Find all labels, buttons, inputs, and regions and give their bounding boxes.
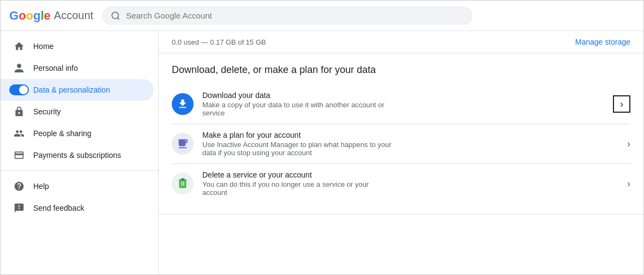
sidebar-item-send-feedback[interactable]: Send feedback <box>1 197 154 219</box>
download-data-content: Download your data Make a copy of your d… <box>202 91 604 117</box>
sidebar-item-data-personalization[interactable]: Data & personalization <box>1 79 154 101</box>
sidebar-item-personal-info[interactable]: Personal info <box>1 57 154 79</box>
feedback-icon <box>14 203 25 213</box>
people-icon <box>14 128 25 139</box>
search-bar <box>102 7 473 25</box>
app-title: Account <box>54 9 93 22</box>
make-plan-desc: Use Inactive Account Manager to plan wha… <box>202 140 393 157</box>
delete-service-content: Delete a service or your account You can… <box>202 170 618 197</box>
sidebar-item-home-label: Home <box>33 42 53 51</box>
lock-icon <box>14 106 25 117</box>
section-title: Download, delete, or make a plan for you… <box>172 64 630 76</box>
sidebar-item-security-label: Security <box>33 107 61 116</box>
list-item-delete-service[interactable]: Delete a service or your account You can… <box>172 164 630 203</box>
home-icon <box>14 41 25 52</box>
plan-icon <box>172 133 194 155</box>
delete-service-desc: You can do this if you no longer use a s… <box>202 180 393 197</box>
delete-icon <box>172 173 194 194</box>
list-item-make-plan[interactable]: Make a plan for your account Use Inactiv… <box>172 124 630 164</box>
sidebar-item-people-sharing[interactable]: People & sharing <box>1 123 154 144</box>
list-item-download-data[interactable]: Download your data Make a copy of your d… <box>172 84 630 124</box>
download-data-desc: Make a copy of your data to use it with … <box>202 101 393 117</box>
google-logo: Google <box>9 9 51 23</box>
download-data-arrow-boxed: › <box>613 95 630 113</box>
sidebar-item-payments[interactable]: Payments & subscriptions <box>1 144 154 166</box>
app-container: Google Account Home <box>0 0 644 275</box>
main-content: Home Personal info Data & personalizatio… <box>1 31 643 274</box>
sidebar-item-help-label: Help <box>33 182 49 191</box>
sidebar-item-personal-info-label: Personal info <box>33 64 78 72</box>
sidebar-item-people-label: People & sharing <box>33 129 92 138</box>
logo: Google Account <box>9 9 93 23</box>
credit-card-icon <box>14 150 25 161</box>
sidebar-item-security[interactable]: Security <box>1 101 154 123</box>
download-icon <box>172 93 194 115</box>
download-data-title: Download your data <box>202 91 604 100</box>
sidebar-item-home[interactable]: Home <box>1 35 154 57</box>
delete-service-arrow: › <box>627 178 630 190</box>
svg-point-0 <box>112 12 118 19</box>
make-plan-content: Make a plan for your account Use Inactiv… <box>202 131 618 157</box>
header: Google Account <box>1 1 643 31</box>
manage-storage-link[interactable]: Manage storage <box>575 38 630 46</box>
sidebar: Home Personal info Data & personalizatio… <box>1 31 159 274</box>
search-input[interactable] <box>126 11 464 20</box>
sidebar-divider <box>1 170 158 171</box>
svg-line-1 <box>118 17 119 19</box>
sidebar-item-data-label: Data & personalization <box>33 85 110 94</box>
toggle-icon <box>14 84 25 95</box>
sidebar-item-payments-label: Payments & subscriptions <box>33 151 121 160</box>
data-plan-section: Download, delete, or make a plan for you… <box>159 53 643 215</box>
person-icon <box>14 63 25 74</box>
storage-text: 0.0 used — 0.17 GB of 15 GB <box>172 38 266 46</box>
help-icon <box>14 181 25 192</box>
storage-bar: 0.0 used — 0.17 GB of 15 GB Manage stora… <box>159 31 643 53</box>
sidebar-item-feedback-label: Send feedback <box>33 204 84 212</box>
sidebar-item-help[interactable]: Help <box>1 175 154 197</box>
content-area: 0.0 used — 0.17 GB of 15 GB Manage stora… <box>159 31 643 274</box>
svg-rect-2 <box>180 179 184 180</box>
make-plan-title: Make a plan for your account <box>202 131 618 139</box>
delete-service-title: Delete a service or your account <box>202 170 618 179</box>
make-plan-arrow: › <box>627 138 630 150</box>
search-icon <box>111 11 121 21</box>
